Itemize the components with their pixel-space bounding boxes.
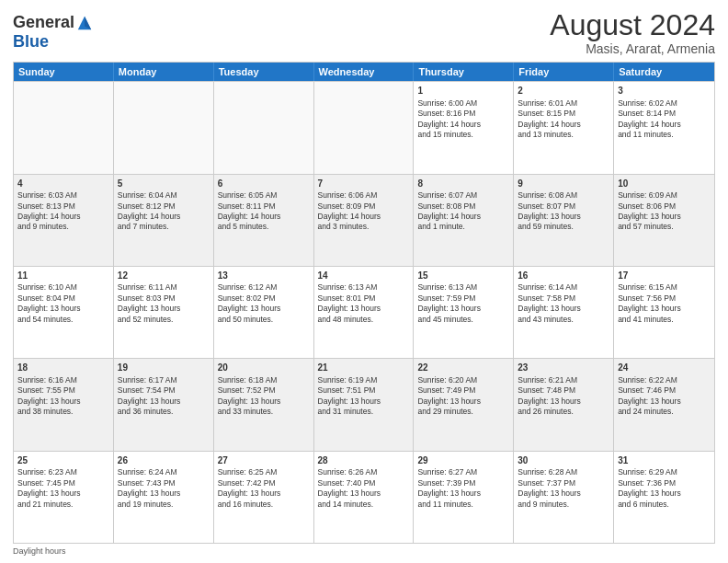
day-info: Sunrise: 6:25 AM Sunset: 7:42 PM Dayligh… (218, 467, 281, 508)
header-friday: Friday (514, 63, 614, 81)
page: General Blue August 2024 Masis, Ararat, … (0, 0, 728, 563)
logo-icon (76, 15, 93, 31)
day-info: Sunrise: 6:10 AM Sunset: 8:04 PM Dayligh… (17, 282, 81, 323)
calendar-cell: 31Sunrise: 6:29 AM Sunset: 7:36 PM Dayli… (614, 452, 714, 543)
calendar-cell (314, 82, 415, 173)
day-info: Sunrise: 6:28 AM Sunset: 7:37 PM Dayligh… (518, 467, 581, 508)
calendar-cell: 28Sunrise: 6:26 AM Sunset: 7:40 PM Dayli… (314, 452, 415, 543)
calendar-cell: 27Sunrise: 6:25 AM Sunset: 7:42 PM Dayli… (214, 452, 314, 543)
day-info: Sunrise: 6:05 AM Sunset: 8:11 PM Dayligh… (218, 190, 281, 231)
day-info: Sunrise: 6:13 AM Sunset: 7:59 PM Dayligh… (417, 282, 481, 323)
logo-blue: Blue (13, 32, 49, 52)
day-info: Sunrise: 6:17 AM Sunset: 7:54 PM Dayligh… (118, 375, 181, 416)
header-thursday: Thursday (414, 63, 514, 81)
day-info: Sunrise: 6:03 AM Sunset: 8:13 PM Dayligh… (17, 190, 81, 231)
calendar-cell: 14Sunrise: 6:13 AM Sunset: 8:01 PM Dayli… (314, 267, 415, 358)
calendar-cell: 24Sunrise: 6:22 AM Sunset: 7:46 PM Dayli… (614, 359, 714, 450)
calendar-cell: 30Sunrise: 6:28 AM Sunset: 7:37 PM Dayli… (514, 452, 614, 543)
day-info: Sunrise: 6:19 AM Sunset: 7:51 PM Dayligh… (318, 375, 381, 416)
calendar-cell: 7Sunrise: 6:06 AM Sunset: 8:09 PM Daylig… (314, 175, 415, 266)
day-info: Sunrise: 6:27 AM Sunset: 7:39 PM Dayligh… (417, 467, 481, 508)
header-tuesday: Tuesday (214, 63, 314, 81)
day-number: 8 (417, 178, 509, 190)
day-number: 2 (518, 85, 609, 98)
day-number: 9 (518, 178, 609, 190)
calendar-body: 1Sunrise: 6:00 AM Sunset: 8:16 PM Daylig… (14, 81, 714, 543)
calendar-cell: 17Sunrise: 6:15 AM Sunset: 7:56 PM Dayli… (614, 267, 714, 358)
day-number: 19 (118, 362, 210, 374)
calendar-row-1: 1Sunrise: 6:00 AM Sunset: 8:16 PM Daylig… (14, 81, 714, 173)
calendar-cell: 21Sunrise: 6:19 AM Sunset: 7:51 PM Dayli… (314, 359, 415, 450)
day-number: 10 (618, 178, 711, 190)
calendar-cell: 12Sunrise: 6:11 AM Sunset: 8:03 PM Dayli… (114, 267, 214, 358)
day-number: 23 (518, 362, 609, 374)
day-number: 28 (318, 454, 410, 467)
day-number: 5 (118, 178, 210, 190)
calendar-cell: 13Sunrise: 6:12 AM Sunset: 8:02 PM Dayli… (214, 267, 314, 358)
day-info: Sunrise: 6:04 AM Sunset: 8:12 PM Dayligh… (118, 190, 181, 231)
calendar-cell: 9Sunrise: 6:08 AM Sunset: 8:07 PM Daylig… (514, 175, 614, 266)
calendar-cell: 8Sunrise: 6:07 AM Sunset: 8:08 PM Daylig… (414, 175, 514, 266)
day-info: Sunrise: 6:00 AM Sunset: 8:16 PM Dayligh… (417, 98, 481, 139)
calendar-cell: 3Sunrise: 6:02 AM Sunset: 8:14 PM Daylig… (614, 82, 714, 173)
calendar-row-3: 11Sunrise: 6:10 AM Sunset: 8:04 PM Dayli… (14, 266, 714, 358)
logo-general: General (13, 13, 74, 32)
day-info: Sunrise: 6:24 AM Sunset: 7:43 PM Dayligh… (118, 467, 181, 508)
calendar-row-5: 25Sunrise: 6:23 AM Sunset: 7:45 PM Dayli… (14, 451, 714, 543)
day-number: 18 (17, 362, 109, 374)
day-info: Sunrise: 6:06 AM Sunset: 8:09 PM Dayligh… (318, 190, 381, 231)
day-number: 31 (618, 454, 711, 467)
header-wednesday: Wednesday (314, 63, 415, 81)
day-number: 29 (417, 454, 509, 467)
day-info: Sunrise: 6:26 AM Sunset: 7:40 PM Dayligh… (318, 467, 381, 508)
header-monday: Monday (114, 63, 214, 81)
day-info: Sunrise: 6:09 AM Sunset: 8:06 PM Dayligh… (618, 190, 681, 231)
calendar-cell: 10Sunrise: 6:09 AM Sunset: 8:06 PM Dayli… (614, 175, 714, 266)
day-info: Sunrise: 6:12 AM Sunset: 8:02 PM Dayligh… (218, 282, 281, 323)
calendar-cell: 19Sunrise: 6:17 AM Sunset: 7:54 PM Dayli… (114, 359, 214, 450)
header-saturday: Saturday (614, 63, 714, 81)
day-number: 17 (618, 270, 711, 282)
day-number: 11 (17, 270, 109, 282)
day-number: 27 (218, 454, 310, 467)
calendar-cell (14, 82, 114, 173)
calendar-cell (214, 82, 314, 173)
day-number: 26 (118, 454, 210, 467)
day-number: 6 (218, 178, 310, 190)
day-number: 14 (318, 270, 410, 282)
day-number: 21 (318, 362, 410, 374)
calendar-cell: 5Sunrise: 6:04 AM Sunset: 8:12 PM Daylig… (114, 175, 214, 266)
calendar-row-2: 4Sunrise: 6:03 AM Sunset: 8:13 PM Daylig… (14, 174, 714, 266)
calendar-cell: 29Sunrise: 6:27 AM Sunset: 7:39 PM Dayli… (414, 452, 514, 543)
day-info: Sunrise: 6:15 AM Sunset: 7:56 PM Dayligh… (618, 282, 681, 323)
calendar-cell (114, 82, 214, 173)
day-info: Sunrise: 6:18 AM Sunset: 7:52 PM Dayligh… (218, 375, 281, 416)
header-sunday: Sunday (14, 63, 114, 81)
day-info: Sunrise: 6:08 AM Sunset: 8:07 PM Dayligh… (518, 190, 581, 231)
day-number: 30 (518, 454, 609, 467)
calendar-cell: 23Sunrise: 6:21 AM Sunset: 7:48 PM Dayli… (514, 359, 614, 450)
calendar-cell: 22Sunrise: 6:20 AM Sunset: 7:49 PM Dayli… (414, 359, 514, 450)
day-number: 24 (618, 362, 711, 374)
calendar-cell: 4Sunrise: 6:03 AM Sunset: 8:13 PM Daylig… (14, 175, 114, 266)
day-number: 22 (417, 362, 509, 374)
calendar-cell: 20Sunrise: 6:18 AM Sunset: 7:52 PM Dayli… (214, 359, 314, 450)
calendar-cell: 16Sunrise: 6:14 AM Sunset: 7:58 PM Dayli… (514, 267, 614, 358)
day-number: 25 (17, 454, 109, 467)
day-info: Sunrise: 6:01 AM Sunset: 8:15 PM Dayligh… (518, 98, 581, 139)
day-info: Sunrise: 6:20 AM Sunset: 7:49 PM Dayligh… (417, 375, 481, 416)
day-number: 15 (417, 270, 509, 282)
day-info: Sunrise: 6:21 AM Sunset: 7:48 PM Dayligh… (518, 375, 581, 416)
footer-note: Daylight hours (13, 546, 715, 556)
day-info: Sunrise: 6:22 AM Sunset: 7:46 PM Dayligh… (618, 375, 681, 416)
month-title: August 2024 (550, 9, 715, 41)
day-info: Sunrise: 6:16 AM Sunset: 7:55 PM Dayligh… (17, 375, 81, 416)
calendar-cell: 18Sunrise: 6:16 AM Sunset: 7:55 PM Dayli… (14, 359, 114, 450)
subtitle: Masis, Ararat, Armenia (550, 41, 715, 56)
day-number: 7 (318, 178, 410, 190)
day-number: 4 (17, 178, 109, 190)
calendar-cell: 25Sunrise: 6:23 AM Sunset: 7:45 PM Dayli… (14, 452, 114, 543)
day-number: 16 (518, 270, 609, 282)
calendar-cell: 26Sunrise: 6:24 AM Sunset: 7:43 PM Dayli… (114, 452, 214, 543)
calendar-cell: 15Sunrise: 6:13 AM Sunset: 7:59 PM Dayli… (414, 267, 514, 358)
